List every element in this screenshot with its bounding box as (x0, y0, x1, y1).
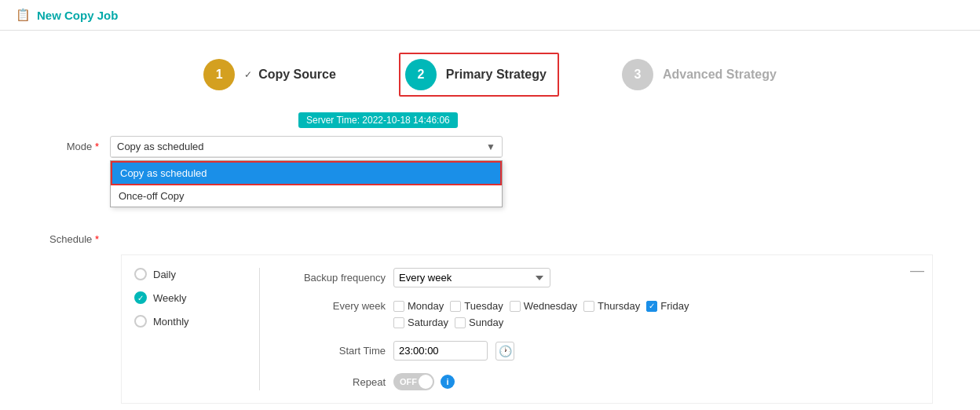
thursday-checkbox[interactable] (583, 301, 594, 312)
repeat-label: Repeat (283, 376, 386, 388)
radio-weekly[interactable]: Weekly (134, 291, 243, 304)
day-tuesday[interactable]: Tuesday (450, 300, 503, 312)
schedule-section: — Daily Weekly Monthly Backup frequency (121, 254, 933, 404)
start-time-label: Start Time (283, 345, 386, 357)
radio-weekly-circle (134, 291, 147, 304)
day-monday[interactable]: Monday (393, 300, 444, 312)
form-area: Server Time: 2022-10-18 14:46:06 Mode * … (0, 112, 980, 410)
every-week-label: Every week (283, 300, 386, 312)
mode-chevron-icon: ▼ (486, 141, 495, 152)
step-1-checkmark: ✓ (244, 69, 252, 80)
step-1-label: Copy Source (258, 68, 336, 82)
schedule-label: Schedule * (31, 229, 110, 245)
step-2-label: Primary Strategy (446, 68, 547, 82)
schedule-right: Backup frequency Every week Every week M… (283, 268, 920, 390)
step-1-circle: 1 (203, 59, 235, 90)
mode-label: Mode * (31, 136, 110, 152)
tuesday-checkbox[interactable] (450, 301, 461, 312)
start-time-input[interactable] (393, 341, 488, 361)
top-bar: 📋 New Copy Job (0, 0, 980, 31)
day-thursday[interactable]: Thursday (583, 300, 640, 312)
schedule-left: Daily Weekly Monthly (134, 268, 260, 390)
frequency-row: Backup frequency Every week (283, 268, 920, 287)
repeat-info-icon[interactable]: i (441, 375, 455, 389)
friday-checkbox[interactable] (646, 301, 657, 312)
mode-selected[interactable]: Copy as scheduled ▼ (111, 137, 502, 157)
radio-monthly-circle (134, 315, 147, 328)
start-time-row: Start Time 🕐 (283, 341, 920, 361)
day-sunday[interactable]: Sunday (455, 317, 503, 328)
repeat-toggle[interactable]: OFF (393, 373, 434, 390)
days-group: Monday Tuesday Wednesday Thursday (393, 300, 689, 312)
copy-job-icon: 📋 (16, 8, 31, 22)
radio-daily[interactable]: Daily (134, 268, 243, 280)
server-time-text: Server Time: 2022-10-18 14:46:06 (298, 112, 458, 128)
clock-icon[interactable]: 🕐 (495, 342, 514, 361)
repeat-toggle-label: OFF (395, 377, 417, 386)
mode-dropdown-wrapper: Copy as scheduled ▼ Copy as scheduled On… (110, 136, 503, 158)
mode-required: * (95, 141, 99, 152)
day-wednesday[interactable]: Wednesday (510, 300, 577, 312)
every-week-row: Every week Monday Tuesday Wednesday (283, 300, 920, 312)
wednesday-checkbox[interactable] (510, 301, 521, 312)
radio-daily-circle (134, 268, 147, 280)
step-3[interactable]: 3 Advanced Strategy (622, 59, 777, 90)
mode-option-scheduled[interactable]: Copy as scheduled (111, 161, 502, 185)
schedule-required: * (95, 233, 99, 245)
mode-option-onceoff[interactable]: Once-off Copy (111, 185, 502, 207)
mode-row: Mode * Copy as scheduled ▼ Copy as sched… (31, 136, 949, 158)
server-time-badge: Server Time: 2022-10-18 14:46:06 (31, 112, 949, 136)
step-3-label: Advanced Strategy (663, 68, 777, 82)
schedule-row: Schedule * (31, 229, 949, 245)
toggle-knob (419, 375, 433, 389)
days-row2: Saturday Sunday (283, 317, 920, 328)
monday-checkbox[interactable] (393, 301, 404, 312)
step-2-circle: 2 (405, 59, 437, 90)
day-saturday[interactable]: Saturday (393, 317, 448, 328)
mode-dropdown[interactable]: Copy as scheduled ▼ (110, 136, 503, 158)
frequency-label: Backup frequency (283, 272, 386, 284)
repeat-toggle-wrap: OFF i (393, 373, 455, 390)
days-group-2: Saturday Sunday (393, 317, 503, 328)
repeat-row: Repeat OFF i (283, 373, 920, 390)
step-2-wrapper: 2 Primary Strategy (399, 53, 559, 97)
minimize-button[interactable]: — (910, 263, 924, 277)
step-3-circle: 3 (622, 59, 653, 90)
step-1[interactable]: 1 ✓ Copy Source (203, 59, 336, 90)
steps-bar: 1 ✓ Copy Source 2 Primary Strategy 3 Adv… (0, 31, 980, 112)
mode-dropdown-list: Copy as scheduled Once-off Copy (110, 160, 503, 207)
page-title: New Copy Job (37, 9, 118, 22)
saturday-checkbox[interactable] (393, 317, 404, 328)
radio-monthly[interactable]: Monthly (134, 315, 243, 328)
step-2[interactable]: 2 Primary Strategy (405, 59, 547, 90)
frequency-select[interactable]: Every week (393, 268, 550, 287)
day-friday[interactable]: Friday (646, 300, 689, 312)
sunday-checkbox[interactable] (455, 317, 466, 328)
